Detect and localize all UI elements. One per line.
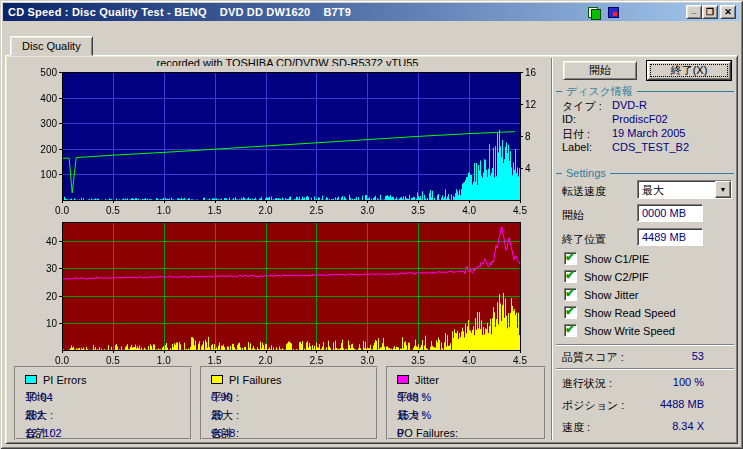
copy-graph-button[interactable] — [585, 5, 601, 19]
check-icon: ✔ — [565, 286, 575, 300]
close-button[interactable]: ✕ — [720, 5, 736, 19]
end-position-field[interactable]: 4489 MB — [637, 228, 703, 246]
pi-failures-color-swatch — [211, 375, 223, 384]
transfer-speed-value: 最大 — [638, 181, 715, 198]
app-window: CD Speed : Disc Quality Test - BENQ DVD … — [0, 0, 743, 449]
group-line — [556, 173, 562, 174]
checkbox-box[interactable]: ✔ — [564, 324, 577, 337]
progress-label: 進行状況 : — [562, 376, 612, 391]
group-line — [637, 91, 734, 92]
stat-value: 127102 — [25, 424, 62, 442]
pi-errors-title: PI Errors — [43, 374, 86, 386]
checkbox-show-c1-pie[interactable]: ✔ Show C1/PIE — [564, 252, 649, 265]
position-value: 4488 MB — [640, 398, 704, 410]
stat-row: 最大 :282 — [16, 406, 190, 424]
stat-value: 282 — [25, 406, 43, 424]
maximize-button[interactable]: ❐ — [702, 5, 718, 19]
checkbox-label: Show Jitter — [584, 289, 638, 301]
exit-button[interactable]: 終了(X) — [647, 61, 731, 80]
checkbox-label: Show C2/PIF — [584, 271, 649, 283]
checkbox-show-c2-pif[interactable]: ✔ Show C2/PIF — [564, 270, 649, 283]
stat-row: 合計 :127102 — [16, 424, 190, 442]
checkbox-box[interactable]: ✔ — [564, 288, 577, 301]
checkbox-box[interactable]: ✔ — [564, 252, 577, 265]
stat-value: 10.04 — [25, 388, 53, 406]
group-line — [610, 173, 734, 174]
checkbox-label: Show Read Speed — [584, 307, 676, 319]
disc-date-label: 日付 : — [562, 127, 590, 142]
checkbox-box[interactable]: ✔ — [564, 306, 577, 319]
checkbox-box[interactable]: ✔ — [564, 270, 577, 283]
start-button[interactable]: 開始 — [563, 61, 637, 80]
settings-group-header: Settings — [556, 167, 734, 179]
stat-row: 平均 :0.90 — [202, 388, 376, 406]
pi-errors-speed-chart — [30, 66, 545, 216]
stat-row: 最大 :15.9 % — [388, 406, 544, 424]
pi-failures-header: PI Failures — [202, 368, 376, 388]
disc-label-value: CDS_TEST_B2 — [612, 141, 689, 153]
disc-type-label: タイプ : — [562, 99, 602, 114]
check-icon: ✔ — [565, 268, 575, 282]
tab-disc-quality[interactable]: Disc Quality — [10, 36, 93, 56]
stat-row: 平均 :10.04 — [16, 388, 190, 406]
check-icon: ✔ — [565, 322, 575, 336]
stat-row: 平均 :9.68 % — [388, 388, 544, 406]
jitter-color-swatch — [397, 375, 409, 384]
disc-label-label: Label: — [562, 141, 592, 153]
speed-value: 8.34 X — [640, 420, 704, 432]
stat-row: 合計 :9048 — [202, 424, 376, 442]
settings-title: Settings — [566, 167, 606, 179]
disc-date-value: 19 March 2005 — [612, 127, 685, 139]
checkbox-label: Show Write Speed — [584, 325, 675, 337]
separator — [556, 344, 734, 346]
stat-value: 29 — [211, 406, 223, 424]
disc-id-label: ID: — [562, 113, 576, 125]
group-line — [556, 91, 562, 92]
start-position-label: 開始 — [562, 208, 584, 223]
save-graph-button[interactable] — [605, 5, 621, 19]
disc-info-group-header: ディスク情報 — [556, 84, 734, 99]
jitter-panel: Jitter 平均 :9.68 % 最大 :15.9 % PO Failures… — [386, 366, 546, 440]
pi-failures-jitter-chart — [30, 216, 545, 364]
stat-value: 0 — [397, 424, 403, 442]
stat-row: 最大 :29 — [202, 406, 376, 424]
quality-score-label: 品質スコア : — [562, 350, 624, 365]
check-icon: ✔ — [565, 250, 575, 264]
progress-value: 100 % — [640, 376, 704, 388]
stat-value: 9.68 % — [397, 388, 431, 406]
window-title: CD Speed : Disc Quality Test - BENQ DVD … — [8, 6, 351, 18]
checkbox-show-jitter[interactable]: ✔ Show Jitter — [564, 288, 638, 301]
pi-errors-header: PI Errors — [16, 368, 190, 388]
jitter-title: Jitter — [415, 374, 439, 386]
quality-score-value: 53 — [640, 350, 704, 362]
stat-value: 9048 — [211, 424, 235, 442]
check-icon: ✔ — [565, 304, 575, 318]
separator — [556, 368, 734, 370]
title-bar: CD Speed : Disc Quality Test - BENQ DVD … — [3, 3, 740, 21]
stat-value: 15.9 % — [397, 406, 431, 424]
transfer-speed-label: 転送速度 — [562, 184, 606, 199]
end-position-label: 終了位置 — [562, 232, 606, 247]
panel-divider — [551, 58, 553, 440]
pages-icon — [588, 7, 599, 18]
disk-icon — [608, 7, 619, 18]
disc-id-value: ProdiscF02 — [612, 113, 668, 125]
pi-failures-title: PI Failures — [229, 374, 282, 386]
checkbox-show-read-speed[interactable]: ✔ Show Read Speed — [564, 306, 676, 319]
jitter-header: Jitter — [388, 368, 544, 388]
minimize-button[interactable]: _ — [686, 5, 702, 19]
pi-errors-panel: PI Errors 平均 :10.04 最大 :282 合計 :127102 — [14, 366, 192, 440]
disc-type-value: DVD-R — [612, 99, 647, 111]
tab-label: Disc Quality — [22, 40, 81, 52]
stat-row: PO Failures:0 — [388, 424, 544, 442]
chevron-down-icon[interactable]: ▼ — [715, 181, 731, 198]
disc-info-title: ディスク情報 — [566, 84, 633, 99]
stat-value: 0.90 — [211, 388, 232, 406]
position-label: ポジション : — [562, 398, 624, 413]
checkbox-show-write-speed[interactable]: ✔ Show Write Speed — [564, 324, 675, 337]
transfer-speed-select[interactable]: 最大 ▼ — [637, 180, 732, 199]
stat-label: PO Failures: — [397, 424, 458, 442]
speed-label: 速度 : — [562, 420, 590, 435]
checkbox-label: Show C1/PIE — [584, 253, 649, 265]
start-position-field[interactable]: 0000 MB — [637, 204, 703, 222]
